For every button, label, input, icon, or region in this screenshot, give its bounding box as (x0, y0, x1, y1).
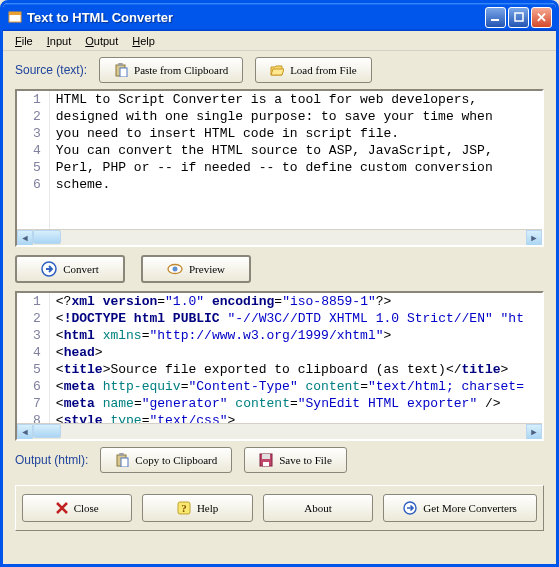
menu-input[interactable]: Input (41, 33, 77, 49)
paste-label: Paste from Clipboard (134, 64, 228, 76)
output-gutter: 1 2 3 4 5 6 7 8 9 (17, 293, 50, 423)
close-label: Close (74, 502, 99, 514)
scroll-thumb[interactable] (33, 424, 61, 438)
load-file-button[interactable]: Load from File (255, 57, 372, 83)
paste-clipboard-button[interactable]: Paste from Clipboard (99, 57, 243, 83)
titlebar[interactable]: Text to HTML Converter ✕ (3, 3, 556, 31)
load-label: Load from File (290, 64, 357, 76)
source-gutter: 1 2 3 4 5 6 (17, 91, 50, 229)
svg-rect-12 (121, 458, 128, 467)
svg-rect-6 (120, 68, 127, 77)
help-icon: ? (177, 501, 191, 515)
floppy-disk-icon (259, 453, 273, 467)
scroll-thumb[interactable] (33, 230, 61, 244)
svg-rect-5 (118, 63, 123, 66)
scroll-right-button[interactable]: ► (526, 424, 542, 440)
about-button[interactable]: About (263, 494, 373, 522)
svg-rect-11 (119, 453, 124, 456)
scroll-right-button[interactable]: ► (526, 230, 542, 246)
output-label: Output (html): (15, 453, 88, 467)
copy-clipboard-button[interactable]: Copy to Clipboard (100, 447, 232, 473)
source-code[interactable]: HTML to Script Converter is a tool for w… (50, 91, 542, 229)
app-window: Text to HTML Converter ✕ File Input Outp… (0, 0, 559, 567)
source-label: Source (text): (15, 63, 87, 77)
x-icon (56, 502, 68, 514)
svg-text:?: ? (181, 502, 187, 514)
scroll-track[interactable] (61, 424, 526, 439)
scroll-left-button[interactable]: ◄ (17, 230, 33, 246)
convert-button[interactable]: Convert (15, 255, 125, 283)
bottom-bar: Close ? Help About Get More Converters (15, 485, 544, 531)
about-label: About (304, 502, 332, 514)
close-window-button[interactable]: ✕ (531, 7, 552, 28)
save-label: Save to File (279, 454, 332, 466)
svg-point-9 (172, 267, 177, 272)
menu-help[interactable]: Help (126, 33, 161, 49)
svg-rect-3 (515, 13, 523, 21)
arrow-right-circle-icon (403, 501, 417, 515)
save-file-button[interactable]: Save to File (244, 447, 347, 473)
app-icon (7, 9, 23, 25)
svg-rect-1 (9, 12, 21, 15)
window-title: Text to HTML Converter (27, 10, 485, 25)
output-toolbar: Output (html): Copy to Clipboard Save to… (3, 441, 556, 479)
source-editor[interactable]: 1 2 3 4 5 6 HTML to Script Converter is … (15, 89, 544, 247)
window-controls: ✕ (485, 7, 552, 28)
svg-rect-15 (263, 462, 269, 466)
preview-label: Preview (189, 263, 225, 275)
action-row: Convert Preview (3, 247, 556, 291)
more-label: Get More Converters (423, 502, 516, 514)
output-hscrollbar[interactable]: ◄ ► (17, 423, 542, 439)
menu-output[interactable]: Output (79, 33, 124, 49)
eye-icon (167, 263, 183, 275)
svg-rect-14 (262, 454, 270, 459)
scroll-track[interactable] (61, 230, 526, 245)
more-converters-button[interactable]: Get More Converters (383, 494, 537, 522)
help-button[interactable]: ? Help (142, 494, 252, 522)
menubar: File Input Output Help (3, 31, 556, 51)
menu-file[interactable]: File (9, 33, 39, 49)
close-button[interactable]: Close (22, 494, 132, 522)
clipboard-icon (114, 63, 128, 77)
source-hscrollbar[interactable]: ◄ ► (17, 229, 542, 245)
source-toolbar: Source (text): Paste from Clipboard Load… (3, 51, 556, 89)
minimize-button[interactable] (485, 7, 506, 28)
output-editor[interactable]: 1 2 3 4 5 6 7 8 9 <?xml version="1.0" en… (15, 291, 544, 441)
clipboard-icon (115, 453, 129, 467)
folder-open-icon (270, 63, 284, 77)
copy-label: Copy to Clipboard (135, 454, 217, 466)
output-code[interactable]: <?xml version="1.0" encoding="iso-8859-1… (50, 293, 542, 423)
maximize-button[interactable] (508, 7, 529, 28)
preview-button[interactable]: Preview (141, 255, 251, 283)
svg-rect-2 (491, 19, 499, 21)
help-label: Help (197, 502, 218, 514)
convert-label: Convert (63, 263, 98, 275)
arrow-right-circle-icon (41, 261, 57, 277)
scroll-left-button[interactable]: ◄ (17, 424, 33, 440)
